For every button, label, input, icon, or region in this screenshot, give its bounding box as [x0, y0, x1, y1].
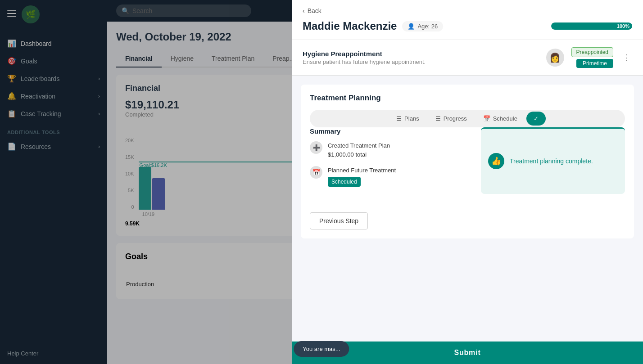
item-text: Created Treatment Plan $1,000.00 total	[328, 141, 390, 159]
badge-preappointed: Preappointed	[571, 47, 613, 57]
summary-item-treatment: 📅 Planned Future Treatment Scheduled	[310, 166, 472, 187]
plans-icon: ☰	[396, 115, 402, 122]
badge-scheduled: Scheduled	[328, 177, 361, 187]
step-progress[interactable]: ☰ Progress	[428, 112, 474, 126]
patient-age: 👤 Age: 26	[402, 21, 443, 31]
complete-text: Treatment planning complete.	[510, 157, 593, 165]
progress-bar-container: 100%	[551, 22, 632, 30]
step-plans[interactable]: ☰ Plans	[389, 112, 426, 126]
treatment-planning-title: Treatment Planning	[310, 94, 625, 103]
panel-body: Treatment Planning ☰ Plans ☰ Progress 📅 …	[292, 76, 643, 342]
progress-icon: ☰	[435, 115, 441, 122]
complete-card: 👍 Treatment planning complete.	[481, 127, 625, 194]
step-complete[interactable]: ✓	[526, 112, 546, 126]
progress-bar-fill: 100%	[551, 22, 632, 30]
age-text: Age: 26	[417, 23, 438, 30]
appointment-info: Hygiene Preappointment Ensure patient ha…	[303, 50, 539, 65]
plus-icon: ➕	[310, 141, 322, 154]
patient-name: Maddie Mackenzie	[303, 20, 397, 32]
summary-area: Summary ➕ Created Treatment Plan $1,000.…	[310, 127, 625, 194]
summary-title: Summary	[310, 127, 472, 135]
back-button[interactable]: ‹ Back	[303, 7, 632, 14]
badge-primetime: Primetime	[576, 59, 613, 68]
stepper: ☰ Plans ☰ Progress 📅 Schedule ✓	[310, 110, 625, 127]
treatment-planning-card: Treatment Planning ☰ Plans ☰ Progress 📅 …	[301, 85, 634, 238]
person-icon: 👤	[408, 23, 415, 30]
panel-header: ‹ Back Maddie Mackenzie 👤 Age: 26 100%	[292, 0, 643, 40]
calendar-icon: 📅	[483, 115, 490, 122]
side-panel: ‹ Back Maddie Mackenzie 👤 Age: 26 100%	[292, 0, 643, 364]
more-options-button[interactable]: ⋮	[620, 53, 632, 63]
thumbs-up-icon: 👍	[488, 153, 504, 169]
summary-item-plan: ➕ Created Treatment Plan $1,000.00 total	[310, 141, 472, 159]
submit-button[interactable]: Submit	[454, 349, 480, 357]
appointment-card: Hygiene Preappointment Ensure patient ha…	[292, 40, 643, 76]
appointment-description: Ensure patient has future hygiene appoin…	[303, 58, 539, 65]
item-text: Planned Future Treatment Scheduled	[328, 166, 396, 187]
back-label: Back	[308, 7, 322, 14]
divider	[310, 205, 625, 205]
appointment-title: Hygiene Preappointment	[303, 50, 539, 58]
chevron-left-icon: ‹	[303, 7, 305, 14]
toast-notification: You are mas...	[294, 341, 349, 357]
patient-name-area: Maddie Mackenzie 👤 Age: 26	[303, 20, 443, 32]
appointment-badges: Preappointed Primetime	[571, 47, 613, 68]
summary-left: Summary ➕ Created Treatment Plan $1,000.…	[310, 127, 472, 194]
step-label: Plans	[404, 115, 419, 122]
overlay: ‹ Back Maddie Mackenzie 👤 Age: 26 100%	[0, 0, 643, 364]
step-schedule[interactable]: 📅 Schedule	[476, 112, 525, 126]
progress-text: 100%	[617, 23, 629, 29]
patient-header: Maddie Mackenzie 👤 Age: 26 100%	[303, 20, 632, 32]
checkmark-icon: ✓	[534, 115, 539, 122]
calendar-icon: 📅	[310, 166, 322, 179]
step-label: Schedule	[493, 115, 517, 122]
avatar: 👩	[546, 49, 564, 67]
step-label: Progress	[444, 115, 467, 122]
previous-step-button[interactable]: Previous Step	[310, 212, 368, 229]
